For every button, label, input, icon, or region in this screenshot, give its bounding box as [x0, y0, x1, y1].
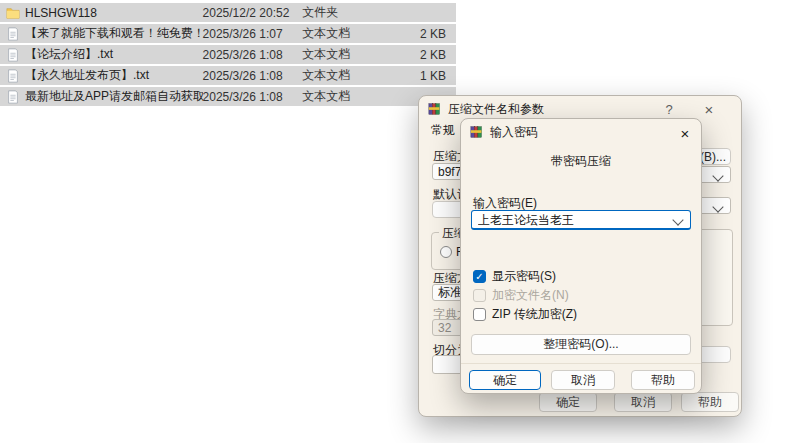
ok-button[interactable]: 确定	[469, 370, 541, 390]
password-dialog-titlebar: 输入密码	[461, 119, 701, 145]
encrypt-filenames-checkbox: 加密文件名(N)	[473, 288, 569, 303]
ok-button[interactable]: 确定	[539, 392, 597, 412]
file-row-txt1[interactable]: 【来了就能下载和观看！纯免费！】.txt 2025/3/26 1:07 文本文档…	[0, 24, 456, 43]
footer-divider	[461, 363, 701, 364]
file-size: 2 KB	[394, 27, 456, 41]
chevron-down-icon	[712, 201, 723, 212]
file-type: 文件夹	[302, 4, 394, 21]
file-size: 2 KB	[394, 48, 456, 62]
file-type: 文本文档	[302, 88, 394, 105]
tab-general[interactable]: 常规	[431, 122, 455, 139]
file-row-txt4[interactable]: 最新地址及APP请发邮箱自动获取！！！.... 2025/3/26 1:08 文…	[0, 87, 456, 106]
file-date: 2025/3/26 1:07	[203, 27, 303, 41]
help-button[interactable]: 帮助	[631, 370, 695, 390]
file-date: 2025/3/26 1:08	[203, 69, 303, 83]
password-heading: 带密码压缩	[461, 153, 701, 170]
format-radio[interactable]	[440, 246, 452, 258]
file-name: HLSHGW118	[25, 6, 203, 20]
file-name: 最新地址及APP请发邮箱自动获取！！！....	[25, 88, 203, 105]
help-icon[interactable]: ?	[659, 100, 679, 118]
file-date: 2025/3/26 1:08	[203, 48, 303, 62]
chevron-down-icon	[712, 170, 723, 181]
show-password-checkbox[interactable]: ✓ 显示密码(S)	[473, 269, 556, 284]
winrar-icon	[470, 125, 484, 139]
cancel-button[interactable]: 取消	[551, 370, 615, 390]
file-type: 文本文档	[302, 67, 394, 84]
file-row-folder[interactable]: HLSHGW118 2025/12/2 20:52 文件夹	[0, 3, 456, 22]
file-date: 2025/3/26 1:08	[203, 90, 303, 104]
zip-legacy-checkbox[interactable]: ZIP 传统加密(Z)	[473, 307, 577, 322]
file-type: 文本文档	[302, 46, 394, 63]
close-icon[interactable]: ×	[699, 100, 719, 118]
winrar-icon	[428, 102, 442, 116]
file-size: 1 KB	[394, 69, 456, 83]
desktop: HLSHGW118 2025/12/2 20:52 文件夹 【来了就能下载和观看…	[0, 0, 800, 443]
checkbox-unchecked-icon[interactable]	[473, 308, 486, 321]
file-name: 【永久地址发布页】.txt	[25, 67, 203, 84]
file-name: 【论坛介绍】.txt	[25, 46, 203, 63]
password-dialog: 输入密码 × 带密码压缩 输入密码(E) ✓ 显示密码(S) 加密文件名(N) …	[460, 118, 702, 394]
file-type: 文本文档	[302, 25, 394, 42]
help-button[interactable]: 帮助	[681, 392, 739, 412]
file-row-txt3[interactable]: 【永久地址发布页】.txt 2025/3/26 1:08 文本文档 1 KB	[0, 66, 456, 85]
close-icon[interactable]: ×	[675, 124, 695, 142]
chevron-down-icon[interactable]	[672, 214, 683, 225]
archive-dialog-title: 压缩文件名和参数	[448, 101, 544, 118]
password-combobox[interactable]	[471, 210, 691, 230]
password-dialog-title: 输入密码	[490, 124, 538, 141]
text-file-icon	[6, 90, 20, 104]
password-input[interactable]	[476, 211, 670, 229]
file-name: 【来了就能下载和观看！纯免费！】.txt	[25, 25, 203, 42]
checkbox-disabled-icon	[473, 289, 486, 302]
file-date: 2025/12/2 20:52	[203, 6, 303, 20]
folder-icon	[6, 6, 20, 20]
checkbox-checked-icon[interactable]: ✓	[473, 270, 486, 283]
text-file-icon	[6, 27, 20, 41]
text-file-icon	[6, 69, 20, 83]
file-row-txt2[interactable]: 【论坛介绍】.txt 2025/3/26 1:08 文本文档 2 KB	[0, 45, 456, 64]
cancel-button[interactable]: 取消	[614, 392, 672, 412]
text-file-icon	[6, 48, 20, 62]
organize-passwords-button[interactable]: 整理密码(O)...	[471, 334, 691, 355]
